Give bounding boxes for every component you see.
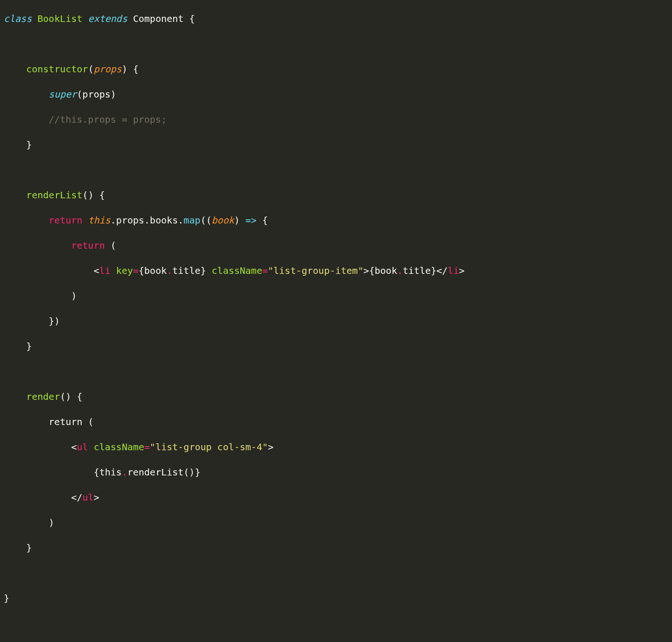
code-line-11[interactable]: <li key={book.title} className="list-gro… xyxy=(4,265,668,277)
code-line-20[interactable]: </ul> xyxy=(4,491,668,504)
code-line-12[interactable]: ) xyxy=(4,290,668,302)
code-line-10[interactable]: return ( xyxy=(4,239,668,252)
code-line-22[interactable]: } xyxy=(4,542,668,554)
code-line-8[interactable]: renderList() { xyxy=(4,189,668,202)
code-line-23[interactable] xyxy=(4,567,668,579)
code-line-25[interactable] xyxy=(4,617,668,630)
code-line-6[interactable]: } xyxy=(4,139,668,151)
code-line-18[interactable]: <ul className="list-group col-sm-4"> xyxy=(4,441,668,454)
code-line-24[interactable]: } xyxy=(4,592,668,605)
code-line-9[interactable]: return this.props.books.map((book) => { xyxy=(4,214,668,227)
code-line-3[interactable]: constructor(props) { xyxy=(4,63,668,76)
code-line-13[interactable]: }) xyxy=(4,315,668,328)
code-line-1[interactable]: class BookList extends Component { xyxy=(4,13,668,25)
code-line-14[interactable]: } xyxy=(4,340,668,353)
code-line-21[interactable]: ) xyxy=(4,516,668,529)
code-line-7[interactable] xyxy=(4,164,668,176)
code-line-15[interactable] xyxy=(4,365,668,378)
code-editor[interactable]: class BookList extends Component { const… xyxy=(4,0,668,642)
code-line-2[interactable] xyxy=(4,38,668,50)
code-line-17[interactable]: return ( xyxy=(4,416,668,428)
code-line-4[interactable]: super(props) xyxy=(4,88,668,101)
code-line-16[interactable]: render() { xyxy=(4,391,668,403)
code-line-19[interactable]: {this.renderList()} xyxy=(4,466,668,479)
code-line-5[interactable]: //this.props = props; xyxy=(4,113,668,126)
